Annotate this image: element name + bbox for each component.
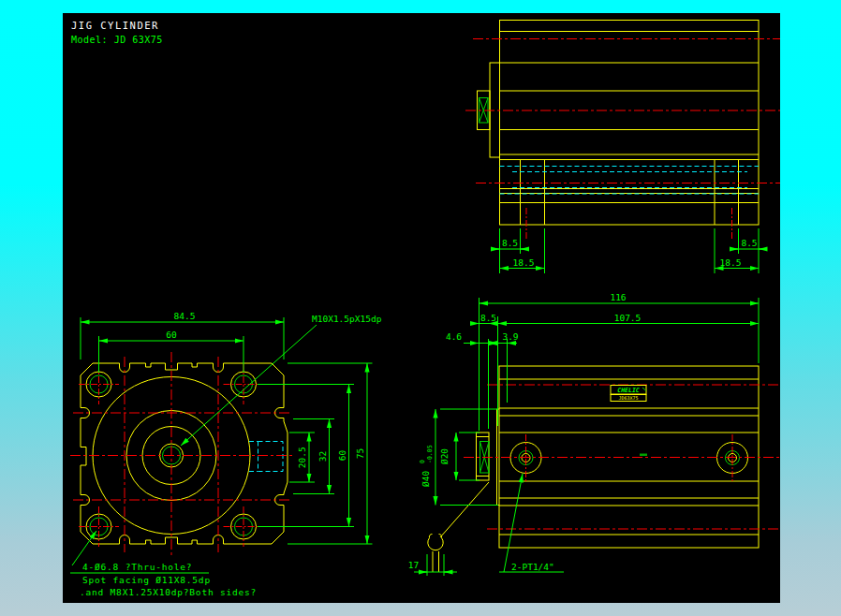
top-view: 8.5 18.5 8.5 18.5 — [465, 21, 780, 274]
top-view-dimensions: 8.5 18.5 8.5 18.5 — [493, 228, 765, 273]
drawing-model: Model: JD 63X75 — [71, 35, 163, 45]
note-thru-hole: 4-Ø6.8 ?Thru-hole? — [82, 562, 192, 572]
dim-top-left-18-5: 18.5 — [513, 257, 535, 268]
side-view-dimensions: 116 8.5 107.5 4.6 3.9 Ø40 0 -0.05 — [408, 292, 759, 576]
cad-drawing-canvas[interactable]: JIG CYLINDER Model: JD 63X75 — [63, 13, 780, 603]
dim-rod-end: 17 — [408, 560, 419, 570]
thread-leader-line — [181, 325, 317, 446]
dim-top-left-8-5: 8.5 — [502, 238, 518, 248]
dim-front-height: 75 — [355, 448, 365, 459]
dim-rod-diameter: Ø40 — [420, 471, 431, 487]
dim-rod-diameter-group: Ø40 0 -0.05 — [419, 445, 434, 487]
brand-logo-text: CHELIC — [617, 387, 640, 394]
front-body-outline — [81, 363, 288, 544]
hidden-port-front — [249, 442, 283, 472]
dim-side-head: 8.5 — [480, 313, 496, 323]
hidden-slot-lines-top — [500, 167, 760, 195]
clevis-leader — [440, 482, 489, 537]
front-view: 84.5 60 20.5 32 60 75 M10X1.5pX15dp — [70, 311, 382, 597]
side-body-outline — [428, 366, 759, 572]
desktop-background: { "window": { "title": "JIG CYLINDER", "… — [0, 0, 841, 616]
dim-front-width: 84.5 — [174, 311, 196, 321]
top-view-body-outline — [478, 21, 760, 226]
dim-piston-rod: Ø20 — [439, 448, 450, 464]
dim-rod-tol-lower: -0.05 — [426, 445, 434, 463]
dim-front-port-boss: 20.5 — [297, 447, 307, 468]
top-view-centerlines — [465, 39, 780, 241]
title-block: JIG CYLINDER Model: JD 63X75 — [71, 20, 163, 45]
dim-side-rod-clip: 4.6 — [446, 331, 462, 342]
dim-side-total-length: 116 — [610, 292, 626, 302]
drawing-title: JIG CYLINDER — [71, 20, 159, 31]
dim-side-body-length: 107.5 — [614, 313, 642, 323]
brand-label: CHELIC JD63X75 — [611, 386, 647, 457]
port-label: 2-PT1/4" — [511, 562, 554, 572]
dim-rod-tol-upper: 0 — [419, 460, 426, 463]
dim-front-boss: 32 — [317, 451, 328, 462]
thread-label: M10X1.5pX15dp — [312, 314, 382, 324]
dim-front-bolt-vertical: 60 — [337, 450, 347, 462]
side-view: CHELIC JD63X75 116 8.5 107.5 4.6 — [408, 292, 780, 576]
note-spot-facing: Spot facing Ø11X8.5dp — [82, 575, 211, 585]
port-leader-line — [504, 474, 523, 572]
side-view-centerlines — [464, 385, 780, 529]
dim-top-right-18-5: 18.5 — [720, 257, 742, 268]
front-view-notes: 4-Ø6.8 ?Thru-hole? Spot facing Ø11X8.5dp… — [70, 531, 257, 597]
cad-drawing: JIG CYLINDER Model: JD 63X75 — [63, 13, 780, 603]
note-thread-both-sides: .and M8X1.25X10dp?Both sides? — [80, 587, 257, 597]
dim-side-cap: 3.9 — [502, 331, 518, 342]
body-marking — [640, 454, 647, 457]
front-view-dimensions: 84.5 60 20.5 32 60 75 M10X1.5pX15dp — [81, 311, 382, 544]
brand-model-text: JD63X75 — [618, 395, 638, 401]
dim-front-bolt-spacing: 60 — [166, 330, 177, 340]
dim-top-right-8-5: 8.5 — [741, 238, 757, 248]
front-view-centerlines — [70, 352, 293, 556]
